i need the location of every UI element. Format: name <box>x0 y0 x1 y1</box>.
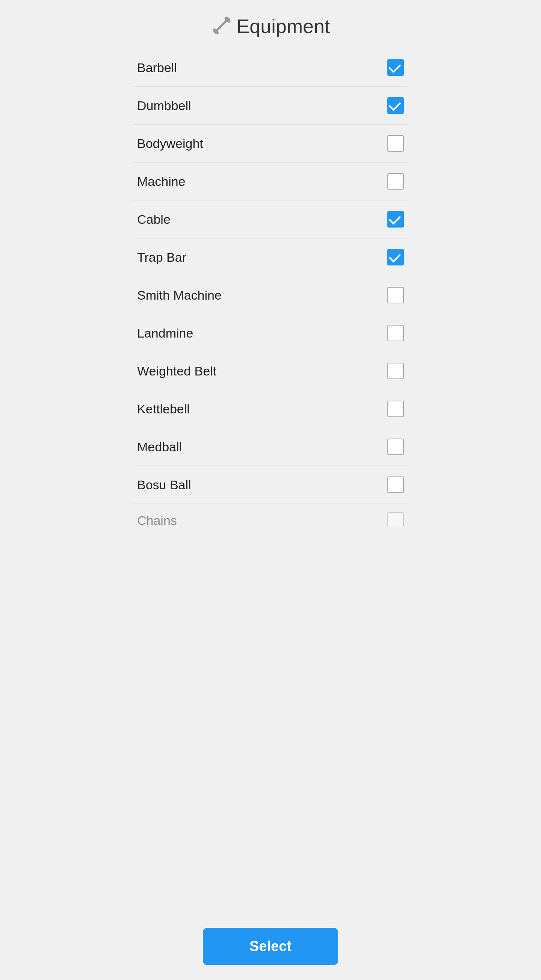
equipment-label-barbell: Barbell <box>137 60 177 75</box>
equipment-label-bosu-ball: Bosu Ball <box>137 477 191 492</box>
checkbox-trap-bar[interactable] <box>387 249 404 266</box>
page-header: Equipment <box>118 0 423 49</box>
checkbox-kettlebell[interactable] <box>387 401 404 417</box>
page-container: Equipment BarbellDumbbellBodyweightMachi… <box>118 0 423 527</box>
equipment-item-medball[interactable]: Medball <box>133 428 408 466</box>
equipment-label-weighted-belt: Weighted Belt <box>137 364 216 379</box>
equipment-item-trap-bar[interactable]: Trap Bar <box>133 239 408 276</box>
checkbox-bosu-ball[interactable] <box>387 476 404 493</box>
equipment-label-bodyweight: Bodyweight <box>137 136 203 151</box>
equipment-label-trap-bar: Trap Bar <box>137 250 186 265</box>
checkbox-landmine[interactable] <box>387 325 404 341</box>
equipment-label-medball: Medball <box>137 440 182 454</box>
equipment-item-dumbbell[interactable]: Dumbbell <box>133 87 408 125</box>
checkbox-dumbbell[interactable] <box>387 97 404 114</box>
dumbbell-icon <box>211 15 232 38</box>
equipment-item-smith-machine[interactable]: Smith Machine <box>133 276 408 314</box>
equipment-list: BarbellDumbbellBodyweightMachineCableTra… <box>118 49 423 527</box>
checkbox-medball[interactable] <box>387 439 404 455</box>
equipment-item-cable[interactable]: Cable <box>133 200 408 239</box>
equipment-item-machine[interactable]: Machine <box>133 162 408 200</box>
select-button-container: Select <box>203 928 338 965</box>
equipment-label-cable: Cable <box>137 212 171 227</box>
equipment-label-smith-machine: Smith Machine <box>137 288 222 303</box>
page-title: Equipment <box>237 15 330 38</box>
equipment-item-kettlebell[interactable]: Kettlebell <box>133 390 408 428</box>
checkbox-chains[interactable] <box>387 512 404 527</box>
checkbox-weighted-belt[interactable] <box>387 363 404 379</box>
checkbox-smith-machine[interactable] <box>387 287 404 303</box>
equipment-label-dumbbell: Dumbbell <box>137 99 191 113</box>
equipment-item-chains[interactable]: Chains <box>133 504 408 527</box>
equipment-item-landmine[interactable]: Landmine <box>133 314 408 352</box>
checkbox-bodyweight[interactable] <box>387 135 404 152</box>
checkbox-cable[interactable] <box>387 211 404 228</box>
equipment-item-bosu-ball[interactable]: Bosu Ball <box>133 466 408 504</box>
checkbox-barbell[interactable] <box>387 59 404 76</box>
equipment-item-bodyweight[interactable]: Bodyweight <box>133 125 408 162</box>
equipment-label-kettlebell: Kettlebell <box>137 402 190 417</box>
equipment-item-weighted-belt[interactable]: Weighted Belt <box>133 352 408 390</box>
select-button[interactable]: Select <box>203 928 338 965</box>
equipment-item-barbell[interactable]: Barbell <box>133 49 408 87</box>
equipment-label-machine: Machine <box>137 174 185 189</box>
checkbox-machine[interactable] <box>387 173 404 189</box>
equipment-label-chains: Chains <box>137 513 177 527</box>
equipment-label-landmine: Landmine <box>137 326 193 340</box>
